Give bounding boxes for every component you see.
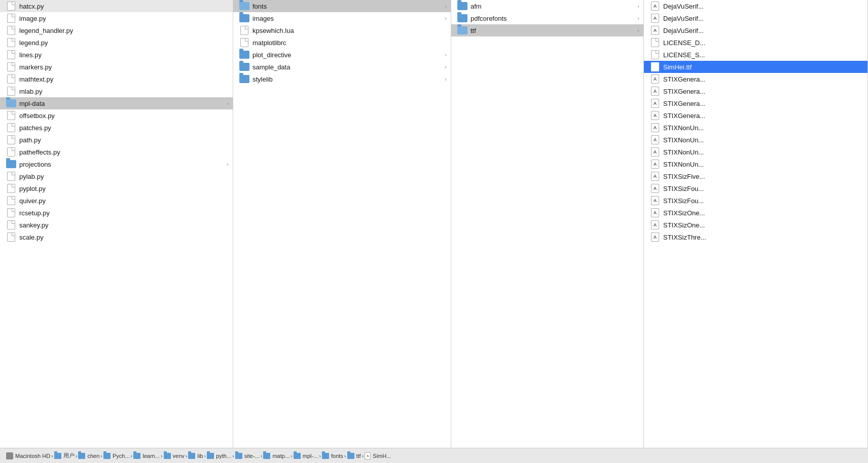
list-item[interactable]: legend.py — [0, 36, 233, 49]
breadcrumb-item[interactable]: venv — [164, 453, 185, 459]
list-item[interactable]: ADejaVuSerif... — [644, 24, 867, 36]
list-item[interactable]: kpsewhich.lua — [233, 24, 451, 36]
list-item[interactable]: projections› — [0, 158, 233, 170]
list-item[interactable]: quiver.py — [0, 195, 233, 207]
finder-window: hatcx.pyimage.pylegend_handler.pylegend.… — [0, 0, 868, 463]
list-item[interactable]: mathtext.py — [0, 73, 233, 85]
breadcrumb-label: pyth... — [216, 453, 231, 459]
item-label: fonts — [252, 3, 443, 10]
list-item[interactable]: ASTIXGenera... — [644, 97, 867, 109]
list-item[interactable]: stylelib› — [233, 73, 451, 85]
list-item[interactable]: ADejaVuSerif... — [644, 12, 867, 24]
list-item[interactable]: ASTIXSizOne... — [644, 207, 867, 219]
item-label: STIXNonUn... — [663, 161, 863, 168]
list-item[interactable]: rcsetup.py — [0, 207, 233, 219]
column-view: hatcx.pyimage.pylegend_handler.pylegend.… — [0, 0, 868, 448]
breadcrumb-item[interactable]: site-... — [235, 453, 260, 459]
breadcrumb-item[interactable]: matp... — [263, 453, 290, 459]
breadcrumb-item[interactable]: learn... — [133, 453, 160, 459]
item-label: patches.py — [19, 124, 229, 132]
item-label: projections — [19, 161, 225, 168]
breadcrumb-item[interactable]: Pych... — [103, 453, 130, 459]
list-item[interactable]: ASTIXGenera... — [644, 85, 867, 97]
list-item[interactable]: ASTIXSizThre... — [644, 231, 867, 243]
list-item[interactable]: ASTIXNonUn... — [644, 122, 867, 134]
item-label: hatcx.py — [19, 3, 229, 10]
list-item[interactable]: ASTIXSizOne... — [644, 219, 867, 231]
item-label: markers.py — [19, 63, 229, 71]
item-label: ttf — [471, 27, 635, 34]
item-label: quiver.py — [19, 197, 229, 205]
list-item[interactable]: pdfcorefonts› — [451, 12, 643, 24]
list-item[interactable]: ASTIXSizFou... — [644, 182, 867, 195]
list-item[interactable]: ASTIXGenera... — [644, 73, 867, 85]
chevron-icon: › — [637, 27, 639, 33]
breadcrumb-label: chen — [87, 453, 99, 459]
item-label: kpsewhich.lua — [252, 27, 447, 34]
item-label: LICENSE_S... — [663, 51, 863, 59]
list-item[interactable]: images› — [233, 12, 451, 24]
breadcrumb-item[interactable]: pyth... — [207, 453, 231, 459]
list-item[interactable]: ASTIXSizFive... — [644, 170, 867, 182]
folder-icon — [78, 453, 85, 459]
breadcrumb-item[interactable]: ASimH... — [365, 452, 391, 459]
list-item[interactable]: markers.py — [0, 61, 233, 73]
breadcrumb-label: venv — [173, 453, 185, 459]
list-item[interactable]: offsetbox.py — [0, 109, 233, 122]
column-2: fonts›images›kpsewhich.luamatplotlibrcpl… — [233, 0, 451, 448]
column-3: afm›pdfcorefonts›ttf› — [451, 0, 644, 448]
item-label: offsetbox.py — [19, 112, 229, 120]
item-label: STIXSizOne... — [663, 221, 863, 229]
breadcrumb-item[interactable]: chen — [78, 453, 99, 459]
breadcrumb-separator: › — [319, 453, 321, 459]
list-item[interactable]: ADejaVuSerif... — [644, 0, 867, 12]
breadcrumb-item[interactable]: fonts — [322, 453, 343, 459]
breadcrumb-label: ttf — [356, 453, 361, 459]
list-item[interactable]: ASTIXGenera... — [644, 109, 867, 122]
list-item[interactable]: ttf› — [451, 24, 643, 36]
item-label: image.py — [19, 15, 229, 22]
list-item[interactable]: legend_handler.py — [0, 24, 233, 36]
list-item[interactable]: mpl-data› — [0, 97, 233, 109]
breadcrumb-item[interactable]: ttf — [347, 453, 361, 459]
item-label: mpl-data — [19, 100, 225, 107]
list-item[interactable]: ASTIXNonUn... — [644, 146, 867, 158]
list-item[interactable]: ASimHei.ttf — [644, 61, 867, 73]
item-label: lines.py — [19, 51, 229, 59]
list-item[interactable]: LICENSE_D... — [644, 36, 867, 49]
list-item[interactable]: patheffects.py — [0, 146, 233, 158]
list-item[interactable]: ASTIXNonUn... — [644, 158, 867, 170]
list-item[interactable]: afm› — [451, 0, 643, 12]
list-item[interactable]: matplotlibrc — [233, 36, 451, 49]
chevron-icon: › — [227, 100, 229, 106]
list-item[interactable]: ASTIXNonUn... — [644, 134, 867, 146]
list-item[interactable]: scale.py — [0, 231, 233, 243]
item-label: pdfcorefonts — [471, 15, 635, 22]
item-label: path.py — [19, 136, 229, 144]
item-label: STIXSizThre... — [663, 234, 863, 241]
list-item[interactable]: fonts› — [233, 0, 451, 12]
list-item[interactable]: mlab.py — [0, 85, 233, 97]
breadcrumb-item[interactable]: lib — [188, 453, 203, 459]
list-item[interactable]: path.py — [0, 134, 233, 146]
list-item[interactable]: sample_data› — [233, 61, 451, 73]
breadcrumb-label: lib — [197, 453, 203, 459]
list-item[interactable]: image.py — [0, 12, 233, 24]
list-item[interactable]: ASTIXSizFou... — [644, 195, 867, 207]
list-item[interactable]: pyplot.py — [0, 182, 233, 195]
chevron-icon: › — [445, 52, 447, 58]
list-item[interactable]: hatcx.py — [0, 0, 233, 12]
list-item[interactable]: sankey.py — [0, 219, 233, 231]
list-item[interactable]: pylab.py — [0, 170, 233, 182]
list-item[interactable]: lines.py — [0, 49, 233, 61]
list-item[interactable]: plot_directive› — [233, 49, 451, 61]
list-item[interactable]: LICENSE_S... — [644, 49, 867, 61]
item-label: STIXSizFou... — [663, 185, 863, 192]
breadcrumb-item[interactable]: 用户 — [54, 452, 75, 459]
breadcrumb-separator: › — [261, 453, 263, 459]
item-label: STIXSizOne... — [663, 209, 863, 217]
breadcrumb-item[interactable]: mpl-... — [294, 453, 318, 459]
item-label: SimHei.ttf — [663, 63, 863, 71]
list-item[interactable]: patches.py — [0, 122, 233, 134]
breadcrumb-item[interactable]: Macintosh HD — [6, 452, 50, 459]
